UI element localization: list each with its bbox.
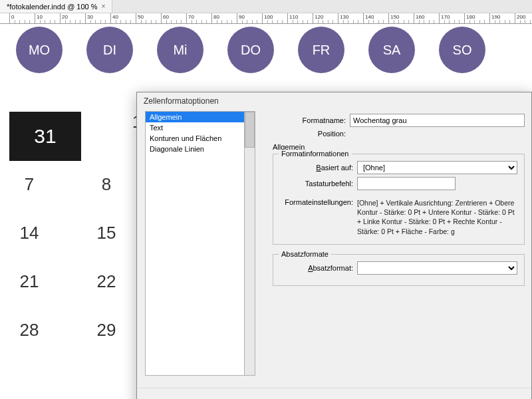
category-item[interactable]: Text — [146, 122, 244, 133]
tastatur-input[interactable] — [357, 177, 456, 190]
dialog-footer: Vorschau OK ↖ — [137, 388, 531, 399]
calendar-cell: 29 — [86, 320, 126, 340]
basiert-label: Basiert auf: — [280, 164, 357, 172]
formatname-input[interactable] — [350, 114, 525, 127]
horizontal-ruler: 0102030405060708090100110120130140150160… — [0, 13, 532, 24]
tastatur-label: Tastaturbefehl: — [280, 180, 357, 188]
day-circle: MO — [16, 27, 63, 73]
einstellungen-label: Formateinstellungen: — [280, 198, 357, 236]
document-tab-title: *fotokalender.indd @ 100 % — [7, 3, 98, 11]
day-circle: Mi — [157, 27, 203, 73]
day-circle: DO — [227, 27, 274, 73]
position-label: Position: — [273, 130, 350, 138]
document-tab[interactable]: *fotokalender.indd @ 100 % × — [0, 0, 112, 13]
category-item[interactable]: Konturen und Flächen — [146, 133, 244, 144]
day-circle: FR — [298, 27, 344, 73]
absatzformat-select[interactable] — [357, 261, 517, 275]
scrollbar-thumb[interactable] — [245, 112, 255, 148]
calendar-cell: 15 — [86, 223, 126, 243]
category-list[interactable]: AllgemeinTextKonturen und FlächenDiagona… — [145, 111, 245, 376]
calendar-cell: 28 — [9, 320, 49, 340]
day-circle: SO — [439, 27, 485, 73]
dialog-title: Zellenformatoptionen — [137, 92, 531, 107]
cell-style-options-dialog: Zellenformatoptionen AllgemeinTextKontur… — [136, 92, 532, 399]
absatz-fieldset: Absatzformate Absatzformat: — [273, 254, 525, 286]
calendar-cell: 7 — [9, 174, 49, 195]
weekday-header: MODIMiDOFRSASO — [0, 24, 532, 73]
category-scrollbar[interactable] — [245, 111, 255, 376]
formatinfo-fieldset: Formatinformationen Basiert auf: [Ohne] … — [273, 154, 525, 245]
day-circle: SA — [368, 27, 415, 73]
basiert-select[interactable]: [Ohne] — [357, 161, 517, 174]
formatinfo-legend: Formatinformationen — [279, 150, 352, 158]
calendar-cell: 21 — [9, 271, 49, 292]
calendar-cell: 8 — [86, 174, 126, 195]
calendar-cell: 31 — [9, 112, 81, 161]
category-item[interactable]: Allgemein — [146, 112, 244, 122]
form-area: Formatname: Position: Allgemein Formatin… — [255, 111, 531, 384]
absatzformat-label: Absatzformat: — [280, 264, 357, 272]
einstellungen-text: [Ohne] + Vertikale Ausrichtung: Zentrier… — [357, 198, 517, 236]
document-canvas: MODIMiDOFRSASO 31178141521222829 Zellenf… — [0, 24, 532, 399]
formatname-label: Formatname: — [273, 116, 350, 124]
close-icon[interactable]: × — [102, 3, 106, 10]
day-circle: DI — [86, 27, 133, 73]
calendar-cell: 14 — [9, 223, 49, 243]
category-item[interactable]: Diagonale Linien — [146, 144, 244, 154]
tab-bar: *fotokalender.indd @ 100 % × — [0, 0, 532, 13]
absatz-legend: Absatzformate — [279, 250, 331, 258]
calendar-cell: 22 — [86, 271, 126, 292]
